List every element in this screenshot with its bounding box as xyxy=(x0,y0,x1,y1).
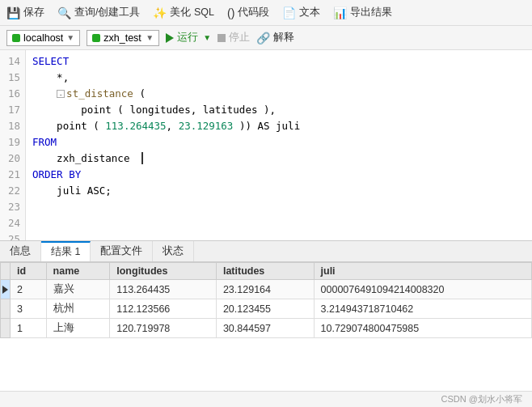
db-status-icon xyxy=(92,34,100,42)
cell-juli: 3.214943718710462 xyxy=(314,299,531,319)
query-icon: 🔍 xyxy=(57,6,71,19)
cell-latitudes: 20.123455 xyxy=(216,299,314,319)
text-label: 文本 xyxy=(299,6,320,19)
query-tool-button[interactable]: 🔍 查询/创建工具 xyxy=(57,6,140,19)
database-dropdown[interactable]: zxh_test ▼ xyxy=(87,30,159,46)
row-indicator xyxy=(1,299,11,319)
col-header-name: name xyxy=(46,263,110,280)
export-results-label: 导出结果 xyxy=(350,6,392,19)
save-label: 保存 xyxy=(23,6,44,19)
tab-结果-1[interactable]: 结果 1 xyxy=(41,241,91,261)
cell-juli: 0000076491094214008320 xyxy=(314,280,531,299)
chevron-down-icon-db: ▼ xyxy=(146,33,154,42)
query-tool-label: 查询/创建工具 xyxy=(74,6,140,19)
beautify-icon: ✨ xyxy=(153,6,167,19)
stop-label: 停止 xyxy=(229,31,250,45)
run-label: 运行 xyxy=(177,31,198,45)
cell-name: 上海 xyxy=(46,319,110,338)
connection-status-icon xyxy=(12,34,20,42)
chevron-down-icon: ▼ xyxy=(66,33,74,42)
code-icon: () xyxy=(227,6,234,19)
cell-longitudes: 113.264435 xyxy=(110,280,217,299)
row-indicator xyxy=(1,319,11,338)
cell-name: 嘉兴 xyxy=(46,280,110,299)
toolbar: 💾 保存 🔍 查询/创建工具 ✨ 美化 SQL () 代码段 📄 文本 📊 导出… xyxy=(0,0,532,26)
table-row[interactable]: 1上海120.71997830.84459710.729074800475985 xyxy=(1,319,532,338)
code-editor[interactable]: 141516171819202122232425262728 SELECT *,… xyxy=(0,50,532,241)
cell-latitudes: 30.844597 xyxy=(216,319,314,338)
save-button[interactable]: 💾 保存 xyxy=(6,6,44,19)
main-content: 141516171819202122232425262728 SELECT *,… xyxy=(0,50,532,391)
data-table: idnamelongitudeslatitudesjuli 2嘉兴113.264… xyxy=(0,262,532,338)
explain-label: 解释 xyxy=(273,31,294,45)
tabs-bar: 信息结果 1配置文件状态 xyxy=(0,241,532,262)
table-row[interactable]: 2嘉兴113.26443523.129164000007649109421400… xyxy=(1,280,532,299)
line-numbers: 141516171819202122232425262728 xyxy=(0,50,26,240)
run-dropdown-arrow: ▼ xyxy=(203,33,211,42)
row-indicator xyxy=(1,280,11,299)
stop-button[interactable]: 停止 xyxy=(217,31,250,45)
cell-id: 1 xyxy=(11,319,47,338)
row-indicator-header xyxy=(1,263,11,280)
tab-信息[interactable]: 信息 xyxy=(0,241,41,261)
cell-juli: 10.729074800475985 xyxy=(314,319,531,338)
export-results-button[interactable]: 📊 导出结果 xyxy=(333,6,392,19)
col-header-id: id xyxy=(11,263,47,280)
beautify-sql-label: 美化 SQL xyxy=(170,6,214,19)
results-table[interactable]: idnamelongitudeslatitudesjuli 2嘉兴113.264… xyxy=(0,262,532,391)
cell-latitudes: 23.129164 xyxy=(216,280,314,299)
cell-longitudes: 112.123566 xyxy=(110,299,217,319)
tab-状态[interactable]: 状态 xyxy=(153,241,194,261)
col-header-longitudes: longitudes xyxy=(110,263,217,280)
beautify-sql-button[interactable]: ✨ 美化 SQL xyxy=(153,6,214,19)
save-icon: 💾 xyxy=(6,6,20,19)
bottom-panel: 信息结果 1配置文件状态 idnamelongitudeslatitudesju… xyxy=(0,241,532,391)
cell-name: 杭州 xyxy=(46,299,110,319)
connection-bar: localhost ▼ zxh_test ▼ 运行 ▼ 停止 🔗 解释 xyxy=(0,26,532,50)
text-icon: 📄 xyxy=(282,6,296,19)
database-value: zxh_test xyxy=(103,32,141,44)
run-button[interactable]: 运行 ▼ xyxy=(166,31,211,45)
explain-button[interactable]: 🔗 解释 xyxy=(256,31,294,45)
active-row-icon xyxy=(2,286,8,294)
text-button[interactable]: 📄 文本 xyxy=(282,6,320,19)
tab-配置文件[interactable]: 配置文件 xyxy=(91,241,153,261)
explain-icon: 🔗 xyxy=(256,32,270,45)
footer: CSDN @划水小将军 xyxy=(0,391,532,407)
col-header-latitudes: latitudes xyxy=(216,263,314,280)
play-icon xyxy=(166,33,174,43)
host-dropdown[interactable]: localhost ▼ xyxy=(6,30,80,46)
host-value: localhost xyxy=(23,32,63,44)
stop-icon xyxy=(217,34,226,42)
table-row[interactable]: 3杭州112.12356620.1234553.214943718710462 xyxy=(1,299,532,319)
cell-longitudes: 120.719978 xyxy=(110,319,217,338)
cell-id: 2 xyxy=(11,280,47,299)
export-icon: 📊 xyxy=(333,6,347,19)
code-snippet-label: 代码段 xyxy=(238,6,269,19)
col-header-juli: juli xyxy=(314,263,531,280)
code-snippet-button[interactable]: () 代码段 xyxy=(227,6,269,19)
cell-id: 3 xyxy=(11,299,47,319)
code-content[interactable]: SELECT *, -st_distance ( point ( longitu… xyxy=(26,50,532,240)
footer-text: CSDN @划水小将军 xyxy=(441,394,522,404)
